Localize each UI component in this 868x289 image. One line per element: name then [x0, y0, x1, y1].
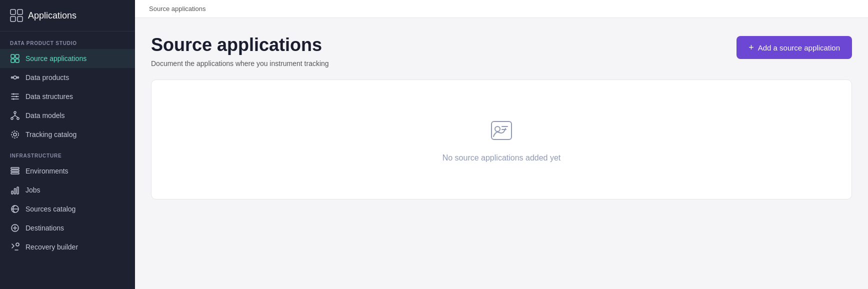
- destinations-icon: [10, 223, 20, 233]
- svg-point-16: [14, 112, 16, 114]
- svg-point-31: [495, 126, 500, 132]
- sidebar-item-label: Source applications: [26, 54, 86, 62]
- sidebar-item-label: Data models: [26, 112, 65, 120]
- sidebar-item-tracking-catalog[interactable]: Tracking catalog: [0, 125, 135, 144]
- svg-point-19: [12, 131, 18, 138]
- sidebar-item-recovery-builder[interactable]: Recovery builder: [0, 238, 135, 256]
- sidebar-item-label: Data structures: [26, 92, 73, 100]
- svg-rect-7: [16, 59, 19, 62]
- content-area: Source applications Document the applica…: [135, 18, 868, 289]
- empty-state-message: No source applications added yet: [442, 154, 561, 162]
- tracking-catalog-icon: [10, 130, 20, 140]
- sidebar-item-label: Tracking catalog: [26, 130, 76, 138]
- svg-rect-1: [18, 10, 22, 14]
- sidebar-item-source-applications[interactable]: Source applications: [0, 49, 135, 68]
- page-header: Source applications Document the applica…: [151, 34, 852, 68]
- svg-point-18: [17, 118, 19, 120]
- sidebar-item-label: Destinations: [26, 224, 64, 232]
- section-label-infrastructure: INFRASTRUCTURE: [0, 144, 135, 162]
- svg-point-15: [13, 98, 14, 100]
- sidebar: Applications DATA PRODUCT STUDIO Source …: [0, 0, 135, 289]
- svg-rect-24: [12, 191, 13, 194]
- main-content: Source applications Source applications …: [135, 0, 868, 289]
- svg-rect-22: [11, 172, 19, 174]
- app-header[interactable]: Applications: [0, 0, 135, 32]
- sidebar-item-label: Jobs: [26, 186, 40, 194]
- source-applications-icon: [10, 54, 20, 64]
- svg-point-9: [12, 77, 13, 78]
- svg-rect-30: [492, 122, 512, 140]
- sidebar-item-label: Sources catalog: [26, 205, 76, 213]
- page-title-block: Source applications Document the applica…: [151, 34, 329, 68]
- svg-point-14: [16, 96, 18, 98]
- breadcrumb: Source applications: [135, 0, 868, 18]
- svg-rect-0: [10, 10, 16, 14]
- app-icon: [10, 9, 23, 22]
- sidebar-item-environments[interactable]: Environments: [0, 162, 135, 180]
- data-structures-icon: [10, 92, 20, 102]
- section-label-data-product-studio: DATA PRODUCT STUDIO: [0, 32, 135, 49]
- svg-point-8: [14, 76, 16, 79]
- svg-point-10: [18, 77, 19, 78]
- svg-point-13: [13, 94, 14, 95]
- sidebar-item-jobs[interactable]: Jobs: [0, 180, 135, 200]
- plus-icon: +: [748, 43, 754, 52]
- jobs-icon: [10, 185, 20, 195]
- empty-state-card: No source applications added yet: [151, 80, 852, 200]
- page-subtitle: Document the applications where you inst…: [151, 60, 329, 68]
- sidebar-item-destinations[interactable]: Destinations: [0, 218, 135, 238]
- svg-rect-23: [11, 168, 19, 169]
- sidebar-item-data-structures[interactable]: Data structures: [0, 87, 135, 106]
- svg-rect-25: [14, 188, 16, 194]
- empty-state-icon: [488, 116, 516, 144]
- environments-icon: [10, 166, 20, 176]
- svg-rect-6: [11, 59, 14, 62]
- recovery-builder-icon: [10, 242, 20, 252]
- svg-rect-4: [11, 54, 14, 58]
- sidebar-item-label: Recovery builder: [26, 243, 78, 251]
- app-title: Applications: [28, 10, 76, 21]
- svg-rect-21: [11, 170, 19, 172]
- add-source-application-button[interactable]: + Add a source application: [736, 36, 852, 59]
- svg-rect-26: [17, 187, 18, 194]
- data-models-icon: [10, 110, 20, 120]
- sidebar-item-label: Environments: [26, 167, 68, 175]
- svg-point-29: [16, 243, 19, 246]
- sidebar-item-data-models[interactable]: Data models: [0, 106, 135, 125]
- svg-point-17: [11, 118, 13, 120]
- svg-point-20: [14, 133, 16, 136]
- sidebar-item-label: Data products: [26, 74, 69, 82]
- svg-rect-2: [10, 16, 16, 22]
- sidebar-item-sources-catalog[interactable]: Sources catalog: [0, 200, 135, 218]
- sources-catalog-icon: [10, 204, 20, 214]
- svg-rect-3: [18, 16, 22, 22]
- data-products-icon: [10, 72, 20, 82]
- sidebar-item-data-products[interactable]: Data products: [0, 68, 135, 87]
- page-title: Source applications: [151, 34, 329, 56]
- svg-rect-5: [16, 54, 19, 58]
